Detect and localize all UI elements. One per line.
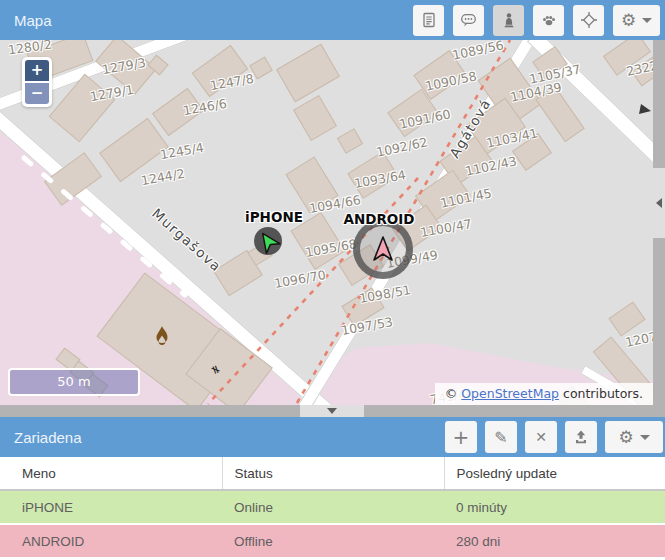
map-zoom-control: + − [22,57,52,107]
attribution-prefix: © [445,386,461,401]
devices-panel-title: Zariadena [0,429,436,446]
east-splitter[interactable] [653,40,665,405]
parcel-label: 1207/3 [624,326,653,350]
locate-icon [581,12,597,28]
iphone-marker[interactable] [254,227,282,255]
parcel-label: 1244/2 [140,166,186,188]
south-splitter-handle[interactable] [300,405,364,417]
parcel-label: 1246/6 [182,96,228,118]
south-splitter[interactable] [0,405,665,417]
device-label-android: ANDROID [343,211,414,227]
east-splitter-handle[interactable] [653,168,665,238]
collapse-down-icon [327,408,337,414]
zoom-in-button[interactable]: + [25,60,49,81]
devices-grid: Meno Status Posledný update iPHONE Onlin… [0,457,665,560]
animals-button[interactable] [533,5,564,36]
cell-last-update: 280 dni [444,524,665,557]
add-icon: + [453,427,470,447]
android-marker-arrow-icon [370,235,396,263]
map-panel-title: Mapa [0,12,404,29]
parcel-label: 1280/2 [7,40,53,57]
chevron-down-icon [640,435,650,440]
parcel-label: 1279/1 [89,82,135,104]
collapse-left-icon [656,198,662,208]
cell-name: ANDROID [0,524,222,557]
tracking-app-window: Mapa ⚙ [0,0,665,560]
devices-panel-header: Zariadena + ✎ ✕ ⚙ [0,417,665,457]
cell-last-update: 0 minúty [444,490,665,524]
gear-icon: ⚙ [621,10,636,30]
grid-header-row: Meno Status Posledný update [0,457,665,490]
parcel-label: 1101/45 [439,185,493,210]
parcel-label: 1097/53 [340,314,394,338]
locate-button[interactable] [573,5,604,36]
parcel-label: 1245/4 [159,140,205,162]
map-settings-button[interactable]: ⚙ [613,5,660,36]
parcel-label: 1095/68 [304,236,358,260]
messages-button[interactable] [453,5,484,36]
cell-status: Online [222,490,444,524]
parcel-label: 1096/70 [273,267,327,291]
edit-device-button[interactable]: ✎ [485,421,517,453]
edit-icon: ✎ [494,428,507,447]
report-button[interactable] [413,5,444,36]
streetview-button[interactable] [493,5,524,36]
column-header-posledny-update[interactable]: Posledný update [444,457,665,490]
delete-device-button[interactable]: ✕ [525,421,557,453]
add-device-button[interactable]: + [445,421,477,453]
streetview-icon [501,12,517,29]
upload-icon [573,429,589,445]
gear-icon: ⚙ [618,427,633,447]
parcel-label: 1092/62 [375,134,429,159]
device-label-iphone: iPHONE [245,209,303,225]
parcel-label-layer: 1280/21279/31279/11247/81246/61245/41244… [0,40,653,405]
map-canvas[interactable]: ≠ 1280/21279/31279/11247/81246/61245/412… [0,40,653,405]
parcel-label: 1247/8 [209,71,255,93]
column-header-meno[interactable]: Meno [0,457,222,490]
delete-icon: ✕ [535,429,547,445]
parcel-label: 2322/4 [625,55,653,79]
parcel-label: 1093/64 [353,167,407,191]
chevron-down-icon [642,18,652,23]
table-row-android[interactable]: ANDROID Offline 280 dni [0,524,665,557]
map-scale-bar: 50 m [8,368,140,396]
parcel-label: 1279/3 [101,55,147,77]
cell-status: Offline [222,524,444,557]
paw-icon [541,12,557,28]
upload-button[interactable] [565,421,597,453]
parcel-label: 1089/56 [451,40,505,63]
parcel-label: 1091/60 [398,106,452,131]
cell-name: iPHONE [0,490,222,524]
android-marker[interactable] [353,219,413,279]
column-header-status[interactable]: Status [222,457,444,490]
devices-settings-button[interactable]: ⚙ [605,421,663,453]
openstreetmap-link[interactable]: OpenStreetMap [461,386,559,401]
attribution-suffix: contributors. [559,386,643,401]
parcel-label: 1098/51 [358,282,412,306]
parcel-label: 1102/43 [464,153,518,178]
parcel-label: 1100/47 [419,216,473,240]
map-panel-header: Mapa ⚙ [0,0,665,40]
parcel-label: 1090/58 [424,68,478,93]
table-row-iphone[interactable]: iPHONE Online 0 minúty [0,490,665,524]
parcel-label: 1103/41 [485,125,539,150]
zoom-out-button[interactable]: − [25,83,49,104]
report-icon [421,12,437,28]
chat-icon [460,12,477,28]
map-attribution: © OpenStreetMap contributors. [435,383,653,405]
